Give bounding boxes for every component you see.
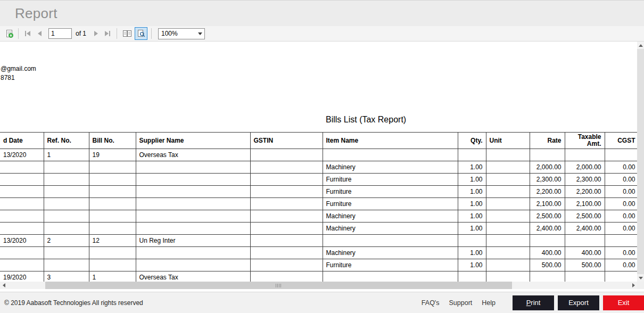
print-layout-icon: [122, 29, 132, 38]
faq-link[interactable]: FAQ's: [422, 299, 440, 307]
cell-gstin: [250, 247, 323, 259]
cell-taxable: 2,100.00: [565, 198, 605, 210]
cell-taxable: [565, 149, 605, 161]
cell-date: [0, 259, 44, 271]
table-row: Machinery1.00400.00400.000.00: [0, 247, 637, 259]
cell-item: Furniture: [323, 259, 458, 271]
first-page-button[interactable]: [22, 27, 34, 40]
cell-ref: [44, 198, 89, 210]
column-header-unit: Unit: [486, 133, 530, 149]
cell-bill: [89, 247, 136, 259]
cell-qty: 1.00: [458, 198, 486, 210]
report-title: Bills List (Tax Report): [326, 115, 406, 125]
scroll-left-button[interactable]: [0, 282, 7, 289]
cell-item: Machinery: [323, 247, 458, 259]
cell-unit: [486, 259, 530, 271]
cell-supplier: [136, 223, 250, 235]
cell-unit: [486, 223, 530, 235]
cell-supplier: [136, 174, 250, 186]
report-page: @gmail.com 8781 Bills List (Tax Report) …: [0, 42, 637, 292]
column-header-taxable: Taxable Amt.: [565, 133, 605, 149]
print-layout-button[interactable]: [121, 27, 134, 40]
cell-item: [323, 235, 458, 247]
cell-rate: 2,300.00: [530, 174, 565, 186]
cell-unit: [486, 235, 530, 247]
cell-bill: [89, 223, 136, 235]
cell-qty: [458, 149, 486, 161]
copyright-text: © 2019 Aabasoft Technologies All rights …: [4, 299, 143, 307]
table-row: 13/2020119Overseas Tax: [0, 149, 637, 161]
last-page-button[interactable]: [102, 27, 113, 40]
next-page-button[interactable]: [90, 27, 102, 40]
cell-cgst: 0.00: [605, 161, 637, 174]
column-header-item: Item Name: [323, 133, 458, 149]
cell-taxable: 2,000.00: [565, 161, 605, 174]
table-row: Machinery1.002,400.002,400.000.00: [0, 223, 637, 235]
cell-qty: 1.00: [458, 247, 486, 259]
cell-ref: [44, 259, 89, 271]
page-title: Report: [15, 5, 57, 22]
cell-unit: [486, 186, 530, 198]
cell-cgst: 0.00: [605, 259, 637, 271]
cell-qty: 1.00: [458, 174, 486, 186]
table-row: Furniture1.002,300.002,300.000.00: [0, 174, 637, 186]
cell-date: [0, 247, 44, 259]
column-header-bill: Bill No.: [89, 133, 136, 149]
cell-rate: 2,100.00: [530, 198, 565, 210]
cell-date: [0, 174, 44, 186]
cell-gstin: [250, 259, 323, 271]
export-button[interactable]: Export: [558, 295, 599, 310]
cell-date: 13/2020: [0, 149, 44, 161]
cell-cgst: 0.00: [605, 186, 637, 198]
prev-page-button[interactable]: [34, 27, 45, 40]
cell-gstin: [250, 149, 323, 161]
cell-unit: [486, 161, 530, 174]
page-count-label: of 1: [76, 30, 86, 37]
cell-item: Machinery: [323, 161, 458, 174]
cell-gstin: [250, 223, 323, 235]
cell-date: [0, 161, 44, 174]
cell-cgst: 0.00: [605, 198, 637, 210]
cell-supplier: [136, 247, 250, 259]
table-row: Furniture1.00500.00500.000.00: [0, 259, 637, 271]
cell-rate: 2,400.00: [530, 223, 565, 235]
cell-unit: [486, 149, 530, 161]
cell-qty: 1.00: [458, 210, 486, 223]
cell-unit: [486, 198, 530, 210]
horizontal-scrollbar-thumb[interactable]: [45, 282, 512, 289]
scroll-left-icon: [3, 283, 5, 287]
cell-date: [0, 210, 44, 223]
cell-bill: [89, 174, 136, 186]
cell-rate: 2,500.00: [530, 210, 565, 223]
cell-qty: 1.00: [458, 186, 486, 198]
support-link[interactable]: Support: [449, 299, 473, 307]
help-link[interactable]: Help: [482, 299, 496, 307]
cell-gstin: [250, 174, 323, 186]
cell-unit: [486, 174, 530, 186]
cell-date: [0, 186, 44, 198]
cell-qty: 1.00: [458, 259, 486, 271]
vertical-scrollbar[interactable]: [637, 42, 644, 282]
zoom-select[interactable]: 100%: [158, 28, 205, 39]
cell-item: Furniture: [323, 198, 458, 210]
scroll-right-button[interactable]: [630, 282, 637, 289]
cell-taxable: 2,300.00: [565, 174, 605, 186]
exit-button[interactable]: Exit: [603, 295, 644, 310]
cell-item: [323, 149, 458, 161]
table-row: 13/2020212Un Reg Inter: [0, 235, 637, 247]
scroll-up-button[interactable]: [637, 42, 644, 49]
cell-rate: 400.00: [530, 247, 565, 259]
cell-supplier: [136, 198, 250, 210]
cell-item: Machinery: [323, 223, 458, 235]
scroll-down-button[interactable]: [637, 274, 644, 282]
horizontal-scrollbar[interactable]: [0, 282, 637, 289]
cell-ref: [44, 247, 89, 259]
vertical-scrollbar-thumb[interactable]: [637, 49, 644, 274]
page-number-input[interactable]: [48, 28, 72, 39]
print-button[interactable]: Print: [513, 295, 554, 310]
export-report-button[interactable]: [3, 27, 15, 40]
column-header-supplier: Supplier Name: [136, 133, 250, 149]
page-setup-button[interactable]: [135, 27, 147, 40]
zoom-dropdown-arrow-icon[interactable]: [196, 29, 204, 39]
zoom-value: 100%: [159, 30, 196, 37]
